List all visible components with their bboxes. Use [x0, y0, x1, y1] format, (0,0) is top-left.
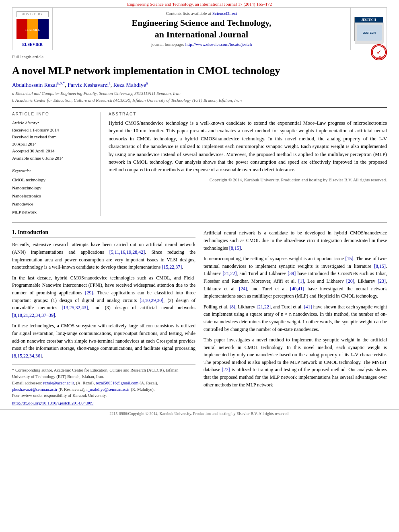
- article-type-text: Full length article: [12, 54, 43, 59]
- ref-link[interactable]: [29]: [85, 290, 93, 296]
- jestech-svg: JESTECH: [355, 23, 384, 43]
- peer-review-note: Peer review under responsibility of Kara…: [12, 392, 195, 399]
- journal-title-main: Engineering Science and Technology, an I…: [57, 17, 346, 40]
- right-para3: Folling et al. [8], Likharev [21,22], an…: [204, 303, 387, 333]
- ref-link[interactable]: [5,11,16,19,28,42]: [109, 249, 145, 255]
- elsevier-logo: HOSTED BY ELSEVIER ELSEVIER: [16, 11, 49, 47]
- ref-link[interactable]: [1]: [298, 278, 304, 284]
- intro-para2: In the last decade, hybrid CMOS/nanodevi…: [12, 274, 195, 319]
- elsevier-logo-section: HOSTED BY ELSEVIER ELSEVIER: [12, 8, 53, 50]
- intro-section-title: 1. Introduction: [12, 229, 195, 238]
- homepage-link[interactable]: http://www.elsevier.com/locate/jestch: [185, 42, 252, 47]
- hosted-by-label: HOSTED BY: [16, 11, 49, 17]
- ref-link[interactable]: [24]: [239, 286, 247, 292]
- sciencedirect-anchor[interactable]: ScienceDirect: [212, 11, 237, 16]
- intro-para3: In these technologies, a CMOS subsystem …: [12, 322, 195, 359]
- ref-link[interactable]: [21,22]: [222, 271, 237, 276]
- ref-link[interactable]: [8,15]: [374, 263, 386, 269]
- section-divider: [12, 222, 387, 223]
- ref-link[interactable]: [15]: [345, 256, 353, 261]
- right-para2: In neurocomputing, the setting of synaps…: [204, 255, 387, 300]
- crossmark-badge[interactable]: ✓ CrossMark: [371, 44, 387, 60]
- doi-link[interactable]: http://dx.doi.org/10.1016/j.jestch.2014.…: [12, 401, 387, 405]
- journal-homepage: journal homepage: http://www.elsevier.co…: [57, 42, 346, 47]
- ref-link[interactable]: [39]: [288, 271, 296, 276]
- ref-link[interactable]: [8]: [230, 304, 235, 310]
- svg-text:JESTECH: JESTECH: [362, 31, 375, 34]
- copyright-text: Copyright © 2014, Karabuk University. Pr…: [109, 177, 387, 182]
- ref-link[interactable]: [8,15]: [229, 245, 241, 251]
- email3-link[interactable]: pkeshavarzi@semnan.ac.ir: [12, 387, 58, 392]
- ref-link[interactable]: [3,10,29,30]: [140, 298, 163, 303]
- ref-link[interactable]: [20]: [346, 278, 354, 284]
- author1-link[interactable]: Abdalhossein Rezai: [12, 82, 57, 88]
- authors-line: Abdalhossein Rezaia,b,*, Parviz Keshavar…: [12, 81, 387, 88]
- info-abstract-section: ARTICLE INFO Article history: Received 1…: [12, 107, 387, 216]
- ref-link[interactable]: [13,25,32,43]: [62, 305, 88, 310]
- journal-title-section: Contents lists available at ScienceDirec…: [53, 8, 350, 50]
- affiliation-b: b Academic Center for Education, Culture…: [12, 97, 387, 104]
- jestech-label: JESTECH: [355, 17, 383, 23]
- article-content: Full length article ✓ CrossMark A novel …: [12, 54, 387, 216]
- body-content: 1. Introduction Recently, extensive rese…: [12, 229, 387, 399]
- body-left-col: 1. Introduction Recently, extensive rese…: [12, 229, 195, 399]
- ref-link[interactable]: [15,22,37]: [162, 264, 182, 270]
- jestech-logo: JESTECH JESTECH: [354, 17, 383, 41]
- abstract-label: ABSTRACT: [109, 112, 387, 116]
- corresponding-author: * Corresponding author. Academic Center …: [12, 367, 195, 380]
- intro-para1: Recently, extensive research attempts ha…: [12, 241, 195, 271]
- article-type-label: Full length article: [12, 54, 387, 61]
- article-info-col: ARTICLE INFO Article history: Received 1…: [12, 112, 101, 216]
- email1-link[interactable]: rezaie@acecr.ac.ir: [43, 381, 74, 385]
- article-history: Article history: Received 1 February 201…: [12, 119, 92, 162]
- author3-link[interactable]: Reza Mahdiye: [113, 82, 146, 88]
- crossmark-svg: ✓ CrossMark: [372, 44, 386, 60]
- banner-text: Engineering Science and Technology, an I…: [127, 2, 272, 6]
- ref-link[interactable]: [21,22]: [257, 304, 271, 310]
- journal-header: HOSTED BY ELSEVIER ELSEVIER Contents lis…: [12, 7, 387, 50]
- bottom-bar-text: 2215-0986/Copyright © 2014, Karabuk Univ…: [109, 411, 289, 416]
- email2-link[interactable]: rezai560516@gmail.com: [96, 381, 138, 385]
- article-info-label: ARTICLE INFO: [12, 112, 92, 116]
- abstract-text: Hybrid CMOS/nanodevice technology is a w…: [109, 119, 387, 174]
- ref-link[interactable]: [8,18,21,22,34,37–39]: [12, 312, 55, 318]
- elsevier-svg: ELSEVIER: [16, 19, 49, 39]
- author2-link[interactable]: Parviz Keshavarzi: [68, 82, 109, 88]
- elsevier-name: ELSEVIER: [16, 42, 49, 47]
- affiliations: a Electrical and Computer Engineering Fa…: [12, 90, 387, 103]
- keywords-section: Keywords: CMOL technology Nanotechnology…: [12, 167, 92, 216]
- right-para1: Artificial neural network is a candidate…: [204, 229, 387, 252]
- jestech-logo-section: JESTECH JESTECH: [350, 8, 387, 50]
- right-para4: This paper investigates a novel method t…: [204, 336, 387, 388]
- journal-banner: Engineering Science and Technology, an I…: [0, 0, 399, 7]
- abstract-col: ABSTRACT Hybrid CMOS/nanodevice technolo…: [101, 112, 387, 216]
- svg-text:✓: ✓: [376, 49, 381, 55]
- sciencedirect-link: Contents lists available at ScienceDirec…: [57, 11, 346, 16]
- svg-text:ELSEVIER: ELSEVIER: [25, 28, 40, 32]
- body-right-col: Artificial neural network is a candidate…: [204, 229, 387, 399]
- ref-link[interactable]: [27]: [222, 367, 230, 372]
- jestech-body: JESTECH: [355, 23, 383, 44]
- footnotes: * Corresponding author. Academic Center …: [12, 364, 195, 399]
- email4-link[interactable]: r_mahdiye@semnan.ac.ir: [86, 387, 130, 392]
- email-line: E-mail addresses: rezaie@acecr.ac.ir, (A…: [12, 380, 195, 393]
- ref-link[interactable]: [8,15,22,34,36]: [12, 353, 42, 359]
- svg-text:CrossMark: CrossMark: [374, 57, 384, 59]
- affiliation-a: a Electrical and Computer Engineering Fa…: [12, 90, 387, 97]
- ref-link[interactable]: [23]: [378, 278, 386, 284]
- ref-link[interactable]: [40,41]: [290, 286, 304, 292]
- bottom-bar: 2215-0986/Copyright © 2014, Karabuk Univ…: [0, 409, 399, 417]
- ref-link[interactable]: [41]: [304, 304, 312, 310]
- article-title: A novel MLP network implementation in CM…: [12, 64, 387, 77]
- crossmark-icon: ✓ CrossMark: [371, 44, 387, 60]
- title-section: ✓ CrossMark A novel MLP network implemen…: [12, 64, 387, 77]
